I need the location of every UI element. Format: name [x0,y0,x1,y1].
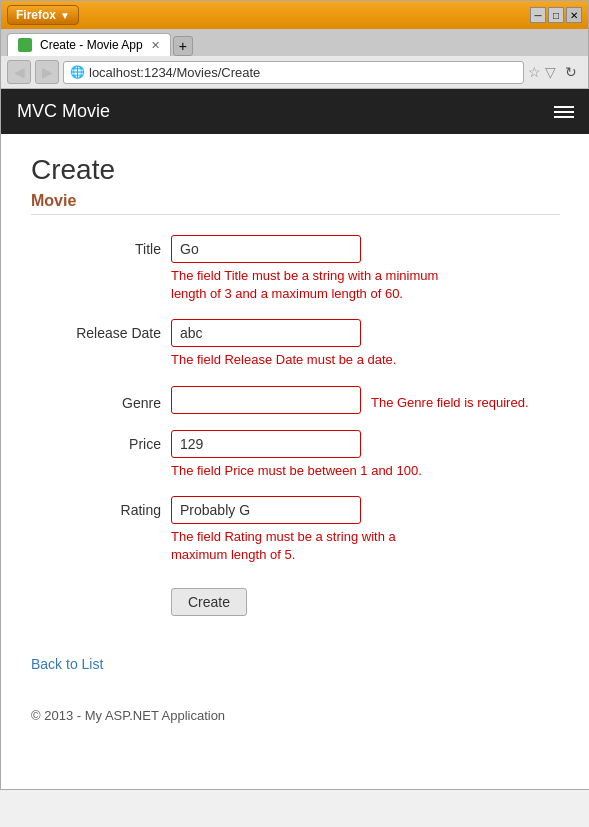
back-link-section: Back to List [1,646,589,692]
release-date-field-wrap: The field Release Date must be a date. [171,319,396,369]
active-tab[interactable]: Create - Movie App ✕ [7,33,171,56]
back-nav-button[interactable]: ◀ [7,60,31,84]
genre-input[interactable] [171,386,361,414]
firefox-label: Firefox [16,8,56,22]
new-tab-button[interactable]: + [173,36,193,56]
main-content: Create Movie Title The field Title must … [1,134,589,646]
title-error: The field Title must be a string with a … [171,267,441,303]
price-error: The field Price must be between 1 and 10… [171,462,422,480]
tab-favicon [18,38,32,52]
rating-field-wrap: The field Rating must be a string with a… [171,496,441,564]
title-field-wrap: The field Title must be a string with a … [171,235,441,303]
toggle-line-3 [554,116,574,118]
minimize-button[interactable]: ─ [530,7,546,23]
title-row: Title The field Title must be a string w… [51,235,560,303]
genre-field-group: Genre The Genre field is required. [51,386,560,414]
price-row: Price The field Price must be between 1 … [51,430,560,480]
genre-label: Genre [51,389,161,411]
toggle-line-1 [554,106,574,108]
release-date-label: Release Date [51,319,161,341]
navbar-toggle[interactable] [554,106,574,118]
page-title: Create [31,154,560,186]
section-divider [31,214,560,215]
rating-error: The field Rating must be a string with a… [171,528,441,564]
tab-title: Create - Movie App [40,38,143,52]
lock-icon: 🌐 [70,65,85,79]
window-controls: ─ □ ✕ [530,7,582,23]
maximize-button[interactable]: □ [548,7,564,23]
address-text: localhost:1234/Movies/Create [89,65,260,80]
create-button-row: Create [51,580,560,616]
create-button[interactable]: Create [171,588,247,616]
release-date-error: The field Release Date must be a date. [171,351,396,369]
address-bar-row: ◀ ▶ 🌐 localhost:1234/Movies/Create ☆ ▽ ↻ [1,56,588,89]
refresh-button[interactable]: ↻ [560,61,582,83]
rating-row: Rating The field Rating must be a string… [51,496,560,564]
form-container: Title The field Title must be a string w… [31,235,560,616]
navbar-brand: MVC Movie [17,101,110,122]
title-bar: Firefox ▼ ─ □ ✕ [1,1,588,29]
rating-input[interactable] [171,496,361,524]
close-button[interactable]: ✕ [566,7,582,23]
title-label: Title [51,235,161,257]
rating-label: Rating [51,496,161,518]
firefox-button[interactable]: Firefox ▼ [7,5,79,25]
address-box[interactable]: 🌐 localhost:1234/Movies/Create [63,61,524,84]
genre-row: Genre The Genre field is required. [51,386,560,414]
page-footer: © 2013 - My ASP.NET Application [1,692,589,739]
tab-bar: Create - Movie App ✕ + [1,29,588,56]
page-wrapper: MVC Movie Create Movie Title Th [1,89,589,789]
bookmark-down-icon[interactable]: ▽ [545,64,556,80]
release-date-row: Release Date The field Release Date must… [51,319,560,369]
forward-nav-button[interactable]: ▶ [35,60,59,84]
bookmark-icon[interactable]: ☆ [528,64,541,80]
firefox-dropdown-arrow: ▼ [60,10,70,21]
release-date-field-group: Release Date The field Release Date must… [51,319,560,369]
genre-error: The Genre field is required. [371,389,529,410]
navbar: MVC Movie [1,89,589,134]
tab-close-icon[interactable]: ✕ [151,39,160,52]
price-field-group: Price The field Price must be between 1 … [51,430,560,480]
title-input[interactable] [171,235,361,263]
price-label: Price [51,430,161,452]
footer-text: © 2013 - My ASP.NET Application [31,708,225,723]
section-title: Movie [31,192,560,210]
price-input[interactable] [171,430,361,458]
rating-field-group: Rating The field Rating must be a string… [51,496,560,564]
back-to-list-link[interactable]: Back to List [31,656,103,672]
toggle-line-2 [554,111,574,113]
release-date-input[interactable] [171,319,361,347]
title-field-group: Title The field Title must be a string w… [51,235,560,303]
price-field-wrap: The field Price must be between 1 and 10… [171,430,422,480]
